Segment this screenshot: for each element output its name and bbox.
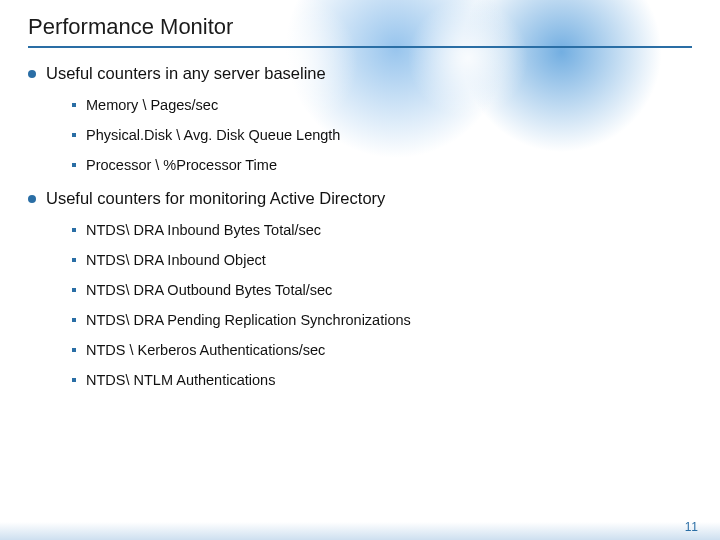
- list-item-text: NTDS \ Kerberos Authentications/sec: [86, 342, 325, 358]
- bullet-list-level2: Memory \ Pages/sec Physical.Disk \ Avg. …: [46, 97, 692, 173]
- list-item: NTDS\ NTLM Authentications: [72, 372, 692, 388]
- list-item: Processor \ %Processor Time: [72, 157, 692, 173]
- list-item: NTDS\ DRA Inbound Bytes Total/sec: [72, 222, 692, 238]
- list-item-text: Physical.Disk \ Avg. Disk Queue Length: [86, 127, 340, 143]
- bullet-list-level1: Useful counters in any server baseline M…: [28, 64, 692, 388]
- bullet-list-level2: NTDS\ DRA Inbound Bytes Total/sec NTDS\ …: [46, 222, 692, 388]
- list-item-text: Memory \ Pages/sec: [86, 97, 218, 113]
- section-heading-text: Useful counters in any server baseline: [46, 64, 326, 82]
- list-item: NTDS\ DRA Inbound Object: [72, 252, 692, 268]
- list-item-text: NTDS\ NTLM Authentications: [86, 372, 275, 388]
- slide-content: Performance Monitor Useful counters in a…: [28, 14, 692, 402]
- section-heading: Useful counters for monitoring Active Di…: [28, 189, 692, 388]
- section-heading: Useful counters in any server baseline M…: [28, 64, 692, 173]
- footer-band: [0, 522, 720, 540]
- list-item-text: NTDS\ DRA Inbound Bytes Total/sec: [86, 222, 321, 238]
- list-item: NTDS\ DRA Pending Replication Synchroniz…: [72, 312, 692, 328]
- list-item: NTDS \ Kerberos Authentications/sec: [72, 342, 692, 358]
- list-item: Memory \ Pages/sec: [72, 97, 692, 113]
- slide: Performance Monitor Useful counters in a…: [0, 0, 720, 540]
- list-item: Physical.Disk \ Avg. Disk Queue Length: [72, 127, 692, 143]
- list-item-text: Processor \ %Processor Time: [86, 157, 277, 173]
- list-item-text: NTDS\ DRA Outbound Bytes Total/sec: [86, 282, 332, 298]
- list-item: NTDS\ DRA Outbound Bytes Total/sec: [72, 282, 692, 298]
- section-heading-text: Useful counters for monitoring Active Di…: [46, 189, 385, 207]
- list-item-text: NTDS\ DRA Inbound Object: [86, 252, 266, 268]
- page-number: 11: [685, 520, 698, 534]
- slide-title: Performance Monitor: [28, 14, 692, 48]
- list-item-text: NTDS\ DRA Pending Replication Synchroniz…: [86, 312, 411, 328]
